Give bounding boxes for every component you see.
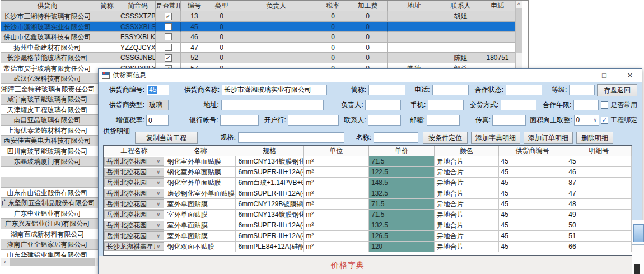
- save-return-button[interactable]: 存盘返回: [597, 84, 637, 96]
- area-round-up-select[interactable]: 0 ∨: [574, 115, 599, 126]
- manager-field[interactable]: [365, 100, 401, 110]
- detail-row[interactable]: 岳州北控花园∨钢化室外单面贴膜6mmCNY134镀膜钢化m²71.5异地合片45…: [104, 156, 632, 167]
- chevron-down-icon[interactable]: ∨: [155, 210, 162, 219]
- supplier-type-field[interactable]: [147, 100, 169, 110]
- mobile-field[interactable]: [428, 100, 464, 110]
- chevron-down-icon[interactable]: ∨: [155, 168, 162, 177]
- scroll-left-icon[interactable]: ‹: [1, 258, 9, 266]
- contact-field[interactable]: [368, 115, 401, 126]
- supplier-row[interactable]: 扬州中勤建材有限公司YZZQJCYXGS47000: [1, 43, 522, 53]
- detail-column-header[interactable]: 单价: [369, 146, 435, 156]
- coop-years-field[interactable]: [573, 100, 599, 110]
- locate-by-condition-button[interactable]: 按条件定位: [423, 132, 468, 144]
- common-use-checkbox[interactable]: [165, 44, 172, 51]
- common-use-checkbox[interactable]: [165, 23, 172, 30]
- delete-detail-button[interactable]: 删除明细: [576, 132, 613, 144]
- grade-field[interactable]: [569, 85, 595, 95]
- supplier-column-header[interactable]: 供货商: [1, 1, 94, 11]
- abbr-field[interactable]: [368, 85, 405, 95]
- dialog-title-bar[interactable]: 供货商信息 – □ ✕: [99, 69, 642, 82]
- common-use-checkbox[interactable]: ✓: [165, 13, 172, 20]
- chevron-down-icon[interactable]: ∨: [155, 231, 162, 240]
- supplier-column-header[interactable]: 编号: [181, 1, 208, 11]
- detail-column-header[interactable]: 名称: [165, 146, 236, 156]
- scroll-up-icon[interactable]: ˄: [516, 1, 522, 8]
- supplier-column-header[interactable]: 负责人: [235, 1, 318, 11]
- supplier-column-header[interactable]: 加工费: [348, 1, 388, 11]
- bank-name-field[interactable]: [288, 115, 339, 126]
- project-bind-checkbox[interactable]: ✓: [601, 117, 608, 124]
- vat-rate-field[interactable]: [146, 115, 169, 126]
- maximize-button[interactable]: □: [596, 69, 613, 82]
- supplier-row[interactable]: 长沙市潇湘玻璃实业有限公司CSSXXBLSY...45000: [1, 22, 522, 32]
- delivery-method-field[interactable]: [501, 100, 536, 110]
- chevron-down-icon[interactable]: ∨: [155, 221, 162, 230]
- project-name-combobox[interactable]: 岳州北控花园∨: [104, 178, 165, 188]
- supplier-column-header[interactable]: 类型: [208, 1, 235, 11]
- supplier-column-header[interactable]: 简音码: [120, 1, 156, 11]
- project-name-combobox[interactable]: 岳州北控花园∨: [104, 210, 165, 220]
- name-filter-input[interactable]: [374, 132, 418, 143]
- supplier-column-header[interactable]: 电话: [480, 1, 515, 11]
- supplier-cell-name: [1, 177, 94, 188]
- supplier-name-field[interactable]: [222, 85, 327, 95]
- spec-filter-input[interactable]: [238, 132, 344, 143]
- project-name-combobox[interactable]: 岳州北控花园∨: [104, 167, 165, 178]
- supplier-column-header[interactable]: 是否常用: [156, 1, 181, 11]
- chevron-down-icon[interactable]: ∨: [155, 242, 162, 251]
- detail-column-header[interactable]: 颜色: [435, 146, 499, 156]
- often-used-checkbox[interactable]: [601, 101, 608, 109]
- supplier-cell-phone: [480, 22, 515, 32]
- project-name-combobox[interactable]: 岳州北控花园∨: [104, 220, 165, 231]
- add-order-detail-button[interactable]: 添加订单明细: [524, 132, 573, 144]
- project-name-combobox[interactable]: 岳州北控花园∨: [104, 231, 165, 242]
- common-use-checkbox[interactable]: [165, 33, 172, 40]
- vertical-scrollbar-thumb[interactable]: [516, 8, 522, 53]
- copy-current-project-button[interactable]: 复制当前工程: [135, 132, 198, 144]
- email-field[interactable]: [427, 115, 460, 126]
- detail-column-header[interactable]: 规格: [236, 146, 304, 156]
- detail-row[interactable]: 长沙龙湖祺鑫星座∨钢化双面不贴膜6mmPLE84+12A(硅酮胶...m²120…: [104, 242, 632, 252]
- minimize-button[interactable]: –: [557, 69, 573, 82]
- detail-column-header[interactable]: 单位: [304, 146, 369, 156]
- supplier-column-header[interactable]: 地址: [388, 1, 441, 11]
- horizontal-scrollbar-thumb[interactable]: [10, 258, 95, 266]
- detail-column-header[interactable]: 工程名称: [104, 146, 165, 156]
- detail-column-header[interactable]: 供货商编号: [499, 146, 567, 156]
- detail-cell: 45: [566, 156, 632, 167]
- chevron-down-icon[interactable]: ∨: [155, 157, 162, 166]
- detail-row[interactable]: 岳州北控花园∨磨砂钢化室外单面贴膜6mmSUPER-III+12A(硅...m²…: [104, 188, 632, 199]
- detail-row[interactable]: 岳州北控花园∨室外单面贴膜6mmCNY129B镀膜钢化m²71.5异地合片454…: [104, 199, 632, 210]
- supplier-column-header[interactable]: 税率: [318, 1, 348, 11]
- detail-row[interactable]: 岳州北控花园∨室外单面贴膜6mmSUPER-III+12A(硅...m²126.…: [104, 231, 632, 242]
- supplier-row[interactable]: 佛山市亿鑫玻璃科技有限公司FSSYXBLKJ...46000: [1, 32, 522, 43]
- detail-row[interactable]: 岳州北控花园∨钢化室外单面贴膜6mm白玻+1.14PVB+6mm...m²148…: [104, 178, 632, 188]
- detail-row[interactable]: 岳州北控花园∨室外单面贴膜6mmCNY134镀膜钢化m²71.5异地合片4549: [104, 210, 632, 220]
- coop-status-field[interactable]: [506, 85, 542, 95]
- chevron-down-icon[interactable]: ∨: [155, 178, 162, 187]
- fax-field[interactable]: [492, 115, 525, 126]
- close-button[interactable]: ✕: [622, 69, 638, 82]
- phone-field[interactable]: [432, 85, 469, 95]
- supplier-column-header[interactable]: 联系人: [441, 1, 480, 11]
- project-name-combobox[interactable]: 岳州北控花园∨: [104, 156, 165, 167]
- chevron-down-icon[interactable]: ∨: [155, 199, 162, 208]
- supplier-row[interactable]: 长沙晟格节能玻璃有限公司CSSGJNBLYXGS✓52000陈姐180751: [1, 53, 522, 63]
- project-name-combobox[interactable]: 岳州北控花园∨: [104, 199, 165, 210]
- detail-row[interactable]: 岳州北控花园∨钢化室外单面贴膜6mmSUPER-III+12A(硅...m²12…: [104, 167, 632, 178]
- common-use-checkbox[interactable]: ✓: [165, 54, 172, 62]
- supplier-cell-contact: [441, 32, 480, 43]
- add-dictionary-detail-button[interactable]: 添加字典明细: [471, 132, 520, 144]
- supplier-column-header[interactable]: 简称: [94, 1, 120, 11]
- project-name-combobox[interactable]: 岳州北控花园∨: [104, 188, 165, 199]
- supplier-row[interactable]: 长沙市三湘特种玻璃有限公司CSSSXTZBL...✓13000胡姐: [1, 11, 522, 22]
- detail-row[interactable]: 岳州北控花园∨室外单面贴膜6mmSUPER-III+12A(硅...m²132.…: [104, 220, 632, 231]
- supplier-id-field[interactable]: 45: [147, 85, 169, 95]
- supplier-cell-code: CSSSXTZBL...: [120, 11, 156, 22]
- bank-account-field[interactable]: [220, 115, 259, 126]
- project-name-combobox[interactable]: 长沙龙湖祺鑫星座∨: [104, 242, 165, 252]
- chevron-down-icon[interactable]: ∨: [155, 189, 162, 198]
- address-field[interactable]: [221, 100, 324, 110]
- supplier-cell-manager: [235, 11, 318, 22]
- detail-column-header[interactable]: 明细号: [566, 146, 632, 156]
